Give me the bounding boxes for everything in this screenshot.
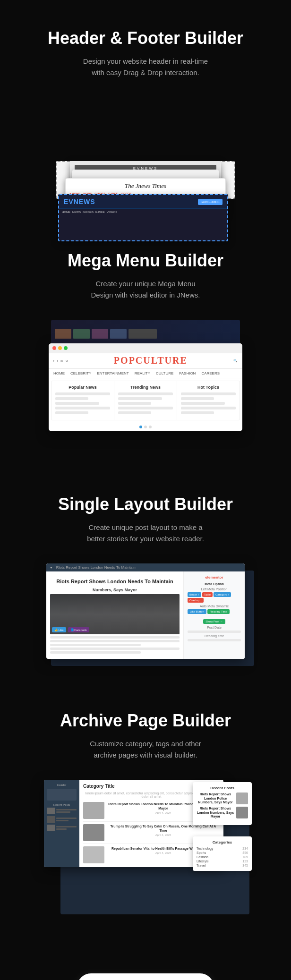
header-footer-desc: Design your website header in real-timew… [60, 56, 231, 78]
single-layout-preview: ● Riots Report Shows London Needs To Mai… [44, 563, 247, 659]
article-image: 👍 Like 📘 Facebook [50, 594, 180, 634]
header-footer-section: Header & Footer Builder Design your webs… [0, 0, 291, 222]
purchase-section: Purchase JNews → [0, 950, 291, 980]
single-main-card: ● Riots Report Shows London Needs To Mai… [46, 563, 245, 659]
dot-red [52, 346, 56, 350]
single-layout-title: Single Layout Builder [14, 494, 277, 514]
article-headline: Riots Report Shows London Needs To Maint… [50, 578, 180, 585]
header-footer-preview: EVNEWS WATCH NEWS THE SNEAKERS The Jnews… [46, 161, 245, 199]
archive-page-section: Archive Page Builder Customize category,… [0, 682, 291, 950]
elementor-panel: elementor Meta Option Left Meta Position… [183, 571, 245, 659]
header-footer-title: Header & Footer Builder [14, 28, 277, 48]
purchase-button[interactable]: Purchase JNews → [77, 973, 214, 980]
article-subheadline: Numbers, Says Mayor [50, 588, 180, 592]
mega-menu-card: f t in yt POPCULTURE 🔍 HOME CELEBRITY EN… [49, 343, 242, 431]
mega-dropdown: Popular News Trending News [51, 381, 240, 420]
archive-left-sidebar: Header Recent Posts [44, 780, 79, 867]
archive-page-desc: Customize category, tags and otherarchiv… [60, 738, 231, 761]
mega-menu-title: Mega Menu Builder [14, 251, 277, 271]
archive-page-title: Archive Page Builder [14, 711, 277, 731]
dot-green [64, 346, 68, 350]
mega-menu-preview: f t in yt POPCULTURE 🔍 HOME CELEBRITY EN… [46, 320, 245, 443]
archive-preview: Header Recent Posts [44, 780, 247, 926]
dot-yellow [58, 346, 62, 350]
mega-menu-desc: Create your unique Mega MenuDesign with … [60, 278, 231, 301]
single-layout-section: Single Layout Builder Create unique post… [0, 466, 291, 682]
single-layout-desc: Create unique post layout to make abette… [60, 522, 231, 545]
mega-menu-section: Mega Menu Builder Create your unique Meg… [0, 222, 291, 466]
browser-card-evnews-main: EVNEWS SUBSCRIBE HOME NEWS GUIDES E-BIKE… [58, 194, 228, 241]
archive-recent-posts-card: Recent Posts Riots Report Shows London P… [193, 782, 252, 825]
archive-categories-card: Categories Technology 234 Sports 456 Fas… [193, 836, 252, 871]
